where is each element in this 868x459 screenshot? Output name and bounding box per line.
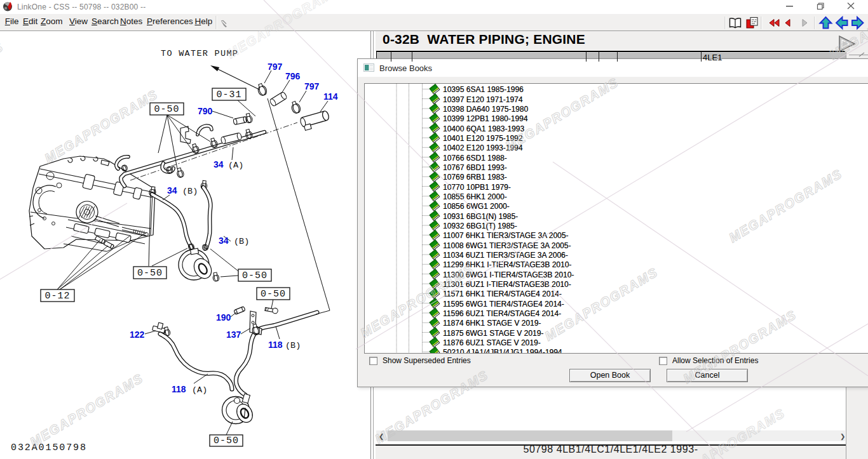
svg-text:34: 34 bbox=[167, 185, 177, 196]
svg-text:137: 137 bbox=[226, 329, 241, 340]
svg-text:797: 797 bbox=[268, 62, 283, 72]
svg-text:34: 34 bbox=[219, 236, 229, 246]
svg-text:(B): (B) bbox=[234, 237, 249, 246]
svg-text:0-50: 0-50 bbox=[214, 436, 239, 446]
svg-text:790: 790 bbox=[198, 106, 213, 116]
svg-text:114: 114 bbox=[323, 91, 338, 102]
svg-text:34: 34 bbox=[214, 159, 224, 170]
svg-text:0-50: 0-50 bbox=[261, 289, 286, 300]
svg-text:122: 122 bbox=[130, 329, 145, 340]
svg-text:(A): (A) bbox=[192, 385, 207, 395]
svg-text:796: 796 bbox=[285, 71, 301, 81]
svg-text:(B): (B) bbox=[182, 187, 198, 196]
svg-text:032A0150798: 032A0150798 bbox=[11, 442, 87, 453]
svg-text:0-50: 0-50 bbox=[154, 104, 179, 115]
svg-text:118: 118 bbox=[172, 384, 186, 394]
svg-text:797: 797 bbox=[304, 81, 320, 91]
svg-text:TO WATER PUMP: TO WATER PUMP bbox=[161, 49, 238, 58]
svg-text:(B): (B) bbox=[285, 341, 301, 350]
svg-text:0-50: 0-50 bbox=[137, 268, 163, 279]
svg-text:190: 190 bbox=[216, 312, 231, 323]
svg-text:0-31: 0-31 bbox=[216, 90, 241, 100]
svg-text:0-50: 0-50 bbox=[242, 270, 268, 281]
svg-text:0-12: 0-12 bbox=[44, 291, 70, 302]
svg-text:118: 118 bbox=[268, 340, 283, 350]
svg-text:(A): (A) bbox=[228, 161, 243, 170]
